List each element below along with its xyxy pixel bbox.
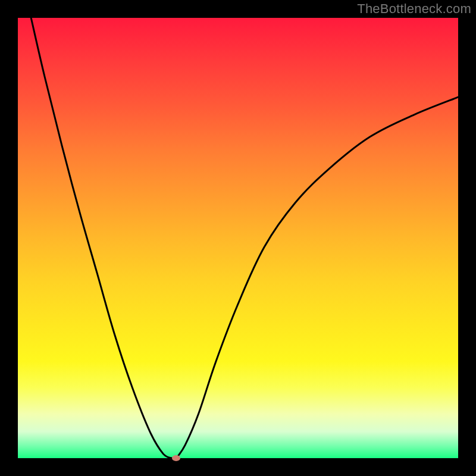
watermark-text: TheBottleneck.com [357, 1, 471, 17]
curve-right-branch [176, 97, 458, 458]
bottleneck-curve [18, 18, 458, 458]
curve-left-branch [31, 18, 172, 458]
plot-area [18, 18, 458, 458]
minimum-marker-dot [172, 455, 180, 461]
chart-frame: TheBottleneck.com [0, 0, 476, 476]
